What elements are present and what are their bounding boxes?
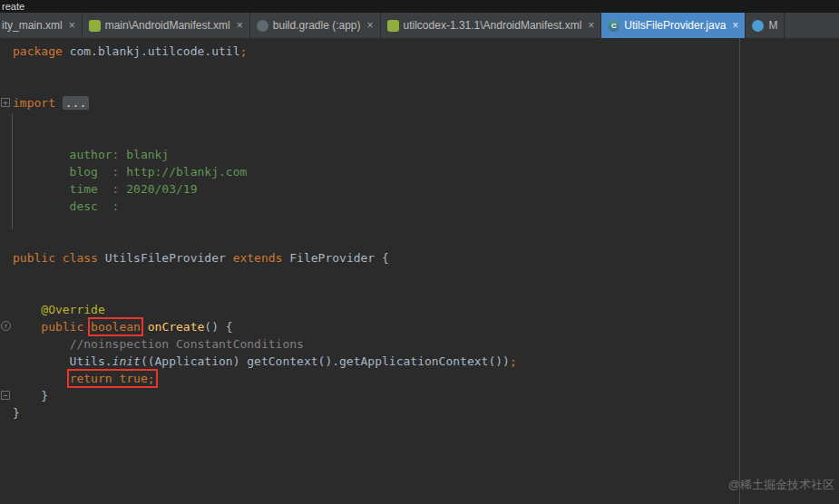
code-token: @Override: [41, 303, 104, 316]
tab-label: UtilsFileProvider.java: [624, 19, 726, 32]
code-token: public: [41, 320, 91, 334]
gutter-cell: [0, 163, 13, 180]
gutter-cell: [0, 180, 13, 198]
code-token: public class: [13, 251, 105, 265]
red-highlight-box: boolean: [91, 320, 141, 334]
tab-close-icon[interactable]: ×: [69, 19, 75, 32]
ide-window: reate ity_main.xml×main\AndroidManifest.…: [0, 0, 839, 38]
code-line: − }: [0, 387, 839, 404]
editor-tab[interactable]: utilcodex-1.31.1\AndroidManifest.xml×: [381, 13, 602, 38]
code-line: [0, 60, 839, 77]
code-line: //noinspection ConstantConditions: [0, 335, 839, 353]
code-token: [13, 372, 70, 385]
code-token: [13, 303, 41, 316]
code-token: ;: [239, 44, 247, 58]
code-token: FileProvider {: [289, 251, 389, 265]
gutter-cell: [0, 335, 13, 353]
code-line-text: //noinspection ConstantConditions: [13, 335, 304, 353]
red-highlight-box: return true;: [70, 372, 155, 385]
code-line-text: author: blankj: [13, 146, 169, 163]
code-token: [141, 320, 148, 334]
tab-close-icon[interactable]: ×: [588, 19, 594, 32]
code-token: }: [13, 406, 20, 420]
editor-tab[interactable]: ity_main.xml×: [0, 13, 83, 38]
code-token: [13, 337, 70, 351]
code-token: UtilsFileProvider: [105, 251, 233, 265]
code-line: [0, 111, 839, 129]
code-token: init: [112, 354, 141, 368]
code-line-text: public boolean onCreate() {: [13, 318, 233, 335]
gutter-cell: [0, 146, 13, 163]
fold-plus-gutter-icon[interactable]: +: [0, 94, 13, 111]
code-line-text: public class UtilsFileProvider extends F…: [13, 249, 389, 267]
code-token: ...: [63, 96, 89, 110]
class-file-icon: C: [608, 20, 619, 32]
tab-close-icon[interactable]: ×: [237, 19, 243, 32]
code-line-text: desc :: [13, 198, 119, 215]
code-line-text: blog : http://blankj.com: [13, 163, 247, 180]
gutter-cell: [0, 301, 13, 318]
code-line-text: }: [13, 404, 20, 422]
code-line: desc :: [0, 198, 839, 215]
code-line-text: }: [13, 387, 48, 404]
override-gutter-icon[interactable]: ↑: [0, 318, 13, 335]
code-line: Utils.init((Application) getContext().ge…: [0, 353, 839, 370]
code-line: author: blankj: [0, 146, 839, 163]
gutter-cell: [0, 60, 13, 77]
code-line-text: package com.blankj.utilcode.util;: [13, 43, 247, 60]
code-token: package: [13, 44, 70, 58]
editor-tab[interactable]: main\AndroidManifest.xml×: [83, 13, 250, 38]
code-token: ((Application) getContext().getApplicati…: [141, 354, 510, 368]
tab-label: M: [768, 19, 777, 32]
tab-label: build.gradle (:app): [273, 19, 361, 32]
tab-label: ity_main.xml: [2, 19, 63, 32]
code-line: time : 2020/03/19: [0, 180, 839, 198]
code-line-text: Utils.init((Application) getContext().ge…: [13, 353, 517, 370]
gutter-cell: [0, 284, 13, 301]
gradle-file-icon: [257, 20, 268, 32]
code-line: @Override: [0, 301, 839, 318]
code-token: onCreate: [148, 320, 205, 334]
android-file-icon: [89, 20, 101, 32]
gutter-cell: [0, 404, 13, 422]
android-file-icon: [387, 20, 399, 32]
code-line-text: return true;: [13, 370, 155, 387]
editor-tab-bar: ity_main.xml×main\AndroidManifest.xml×bu…: [0, 13, 839, 38]
bluefile-file-icon: [752, 20, 764, 32]
gutter-cell: [0, 267, 13, 284]
editor-tab[interactable]: build.gradle (:app)×: [250, 13, 381, 38]
gutter-cell: [0, 198, 13, 215]
code-line: [0, 267, 839, 284]
code-line-text: import ...: [13, 94, 89, 111]
tab-close-icon[interactable]: ×: [367, 19, 374, 32]
gutter-cell: [0, 129, 13, 146]
code-line: [0, 129, 839, 146]
editor-tab[interactable]: M: [746, 13, 785, 38]
titlebar: reate: [0, 0, 839, 13]
code-line: [0, 232, 839, 249]
code-line: [0, 284, 839, 301]
gutter-cell: [0, 43, 13, 60]
code-token: }: [13, 389, 48, 402]
gutter-cell: [0, 370, 13, 387]
titlebar-text: reate: [2, 1, 24, 12]
code-line: +import ...: [0, 94, 839, 111]
gutter-cell: [0, 353, 13, 370]
code-token: //noinspection ConstantConditions: [70, 337, 304, 351]
code-line: [0, 215, 839, 232]
tab-label: utilcodex-1.31.1\AndroidManifest.xml: [404, 19, 582, 32]
code-area: package com.blankj.utilcode.util;+import…: [0, 43, 839, 422]
tab-close-icon[interactable]: ×: [732, 19, 738, 32]
code-line: [0, 77, 839, 94]
fold-end-gutter-icon[interactable]: −: [0, 387, 13, 404]
gutter-cell: [0, 111, 13, 129]
code-editor[interactable]: package com.blankj.utilcode.util;+import…: [0, 38, 839, 504]
code-token: author: blankj: [13, 148, 169, 161]
editor-tab[interactable]: CUtilsFileProvider.java×: [601, 13, 746, 38]
tab-label: main\AndroidManifest.xml: [105, 19, 230, 32]
code-line-text: time : 2020/03/19: [13, 180, 198, 198]
code-token: Utils.: [13, 354, 112, 368]
code-token: time : 2020/03/19: [13, 182, 198, 196]
code-token: blog : http://blankj.com: [13, 165, 247, 179]
code-token: extends: [233, 251, 290, 265]
